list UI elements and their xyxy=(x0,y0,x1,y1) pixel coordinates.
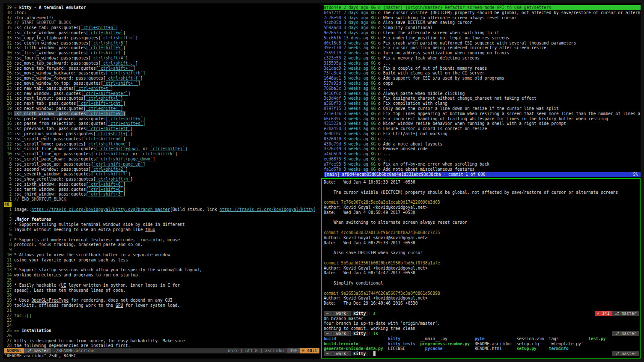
inline-code: `ctrl+shift+up` xyxy=(93,151,131,156)
editor-line: 15:sc_previous_tab: pass:quotes[`ctrl+sh… xyxy=(4,126,319,131)
commit-hash: eed6873 xyxy=(324,157,341,161)
graph-node-icon: o xyxy=(376,56,383,60)
line-number: 39 xyxy=(4,5,12,10)
commit-row: 7559ff9 2 weeks ag KG o Turn on address … xyxy=(324,50,641,56)
graph-node-icon: o xyxy=(376,66,383,71)
commit-author: KG xyxy=(368,101,376,106)
graph-node-icon: o xyxy=(376,96,383,101)
terminal-line xyxy=(324,245,640,250)
editor-line: 32:sc_eighth_window: pass:quotes[`ctrl+s… xyxy=(4,41,319,46)
line-number: 12 xyxy=(4,263,12,268)
inline-code: `ctrl+shift+w` xyxy=(88,30,123,35)
inline-code: `ctrl+shift+.` xyxy=(98,66,133,71)
graph-node-icon: o xyxy=(376,106,383,111)
commit-row: 03260f0 3 weeks ag KG o ... xyxy=(324,136,641,142)
prompt-segment: ~ xyxy=(324,311,331,316)
terminal-line: Simplify conditional xyxy=(324,281,640,286)
commit-hash: 1648ac1 xyxy=(324,76,341,80)
line-number: 33 xyxy=(4,36,12,41)
commit-date: 2 weeks ag xyxy=(341,66,368,71)
editor-line: 35:sc_close_tab: pass:quotes[`ctrl+shift… xyxy=(4,25,319,30)
shell-pane[interactable]: Date: Wed Jan 4 10:02:39 2017 +0530 The … xyxy=(321,178,641,359)
text-segment: image:: xyxy=(14,207,31,212)
text-segment: ] xyxy=(140,76,143,80)
text-segment: * Support startup sessions which allow y… xyxy=(14,267,202,272)
editor-line: 2 xyxy=(4,212,319,217)
commit-message: Fix underline_position not legal on low … xyxy=(383,36,510,40)
commit-header: commit 9e2653a55a1744f626a5607f3c3a0f886… xyxy=(324,291,440,296)
text-segment: ] xyxy=(131,131,133,136)
directory-entry: build xyxy=(324,336,336,341)
terminal-line: Date: Wed Jan 4 08:29:33 2017 +0530 xyxy=(324,240,640,246)
text-segment: Date: Wed Jan 4 08:58:49 2017 +0530 xyxy=(324,210,415,215)
text-segment: :sc_move_tab_backward: pass:quotes[ xyxy=(14,61,101,65)
text-segment: :sc_fourth_window: pass:quotes[ xyxy=(14,56,91,60)
editor-line: 24 xyxy=(4,323,319,328)
line-number: 30 xyxy=(4,50,12,56)
commit-author: KG xyxy=(368,71,376,75)
shell-prompt: ~ ⟩ work ⟩ kitty ⟩ ⎇ master xyxy=(324,351,640,356)
editor-line: 24:sc_move_window_to_top: pass:quotes[`c… xyxy=(4,81,319,86)
text-segment: ] xyxy=(135,36,138,40)
text-segment: buffer in a separate window xyxy=(101,252,170,257)
text-segment: README.asciidoc xyxy=(474,341,512,346)
inline-code: `ctrl+shift+5` xyxy=(88,45,123,50)
commit-author: KG xyxy=(368,151,376,156)
commit-author: KG xyxy=(368,41,376,45)
line-number: 8 xyxy=(4,162,12,167)
commit-date: 2 weeks ag xyxy=(341,45,368,50)
terminal-line: Author: Kovid Goyal <kovid@kovidgoyal.ne… xyxy=(324,205,640,210)
text-segment xyxy=(539,341,549,346)
commit-hash: 5cc6616 xyxy=(324,36,341,40)
line-number: 1 xyxy=(4,207,12,212)
commit-row: 4ccb05d 3 days ago KG o Also save DECTCE… xyxy=(324,20,641,25)
text-segment: ] xyxy=(128,142,131,146)
inline-code: `ctrl+shift+s` xyxy=(108,121,143,126)
terminal-line: generate-unicode-data.py LICENSE __pycac… xyxy=(324,346,640,351)
graph-node-icon: o xyxy=(376,157,383,161)
commit-hash: e3ba45d xyxy=(324,126,341,131)
commit-date: 2 weeks ag xyxy=(341,41,368,45)
heading-text: = kitty - A terminal emulator xyxy=(14,5,86,10)
shell-prompt: ~ ⟩ work ⟩ kitty ⟩ s ⚡ 141 ⎇ master xyxy=(324,311,640,316)
line-number: 24 xyxy=(4,81,12,86)
commit-row: 0797f15 3 weeks ag KG o Only move the cu… xyxy=(324,106,641,111)
commit-message: ... xyxy=(383,151,391,156)
inline-code: `ctrl+shift+[` xyxy=(96,131,131,136)
commit-hash: 3e1dac9 xyxy=(324,66,341,71)
line-number: 9 xyxy=(4,157,12,162)
line-number: 32 xyxy=(4,41,12,46)
commit-date: 3 weeks ag xyxy=(341,76,368,80)
commit-hash: 9416f6c xyxy=(324,91,341,96)
terminal-line: When switching to alternate screen alway… xyxy=(324,220,640,225)
graph-node-icon: o xyxy=(376,91,383,96)
editor-line: 10* Allows you to view the scrollback bu… xyxy=(4,252,319,258)
editor-line: 1// END_SHORTCUT_BLOCK xyxy=(4,197,319,202)
commit-author: KG xyxy=(368,25,376,30)
terminal-line: Also save DECTCEM when saving cursor xyxy=(324,250,640,255)
editor-line: 25:sc_move_window_forward: pass:quotes[`… xyxy=(4,76,319,81)
commit-hash: 73fa3c4 xyxy=(324,71,341,75)
shell-prompt: ~ ⟩ work ⟩ kitty ⟩ ls ⎇ master xyxy=(324,331,640,336)
editor-line: 27kitty is designed to run from source, … xyxy=(4,338,319,344)
commit-hash: d0c16e8 xyxy=(324,41,341,45)
vim-editor-pane[interactable]: 39= kitty - A terminal emulator38:toc:37… xyxy=(3,3,319,359)
line-number: 28 xyxy=(4,343,12,348)
editor-line: 11using your favorite pager program such… xyxy=(4,258,319,263)
text-segment xyxy=(485,336,517,341)
prompt-segment: ~ xyxy=(324,331,331,336)
editor-line: 36// START_SHORTCUT_BLOCK xyxy=(4,20,319,25)
line-number: 18 xyxy=(4,293,12,298)
line-number: 25 xyxy=(4,328,12,333)
commit-author: KG xyxy=(368,142,376,146)
commit-row: 7c76e90 3 days ago KG o When switching t… xyxy=(324,15,641,21)
terminal-line xyxy=(324,276,640,281)
commit-date: 3 days ago xyxy=(341,20,368,25)
tig-log-pane[interactable]: af8d44e 2 days ago KG o [master] {origin… xyxy=(322,3,641,177)
graph-node-icon: o xyxy=(376,50,383,55)
text-segment: :sc_move_tab_forward: pass:quotes[ xyxy=(14,66,98,71)
text-segment: Your branch is up-to-date with 'origin/m… xyxy=(324,321,440,326)
commit-author: KG xyxy=(368,36,376,40)
commit-author: KG xyxy=(368,15,376,20)
graph-node-icon: o xyxy=(376,10,383,15)
